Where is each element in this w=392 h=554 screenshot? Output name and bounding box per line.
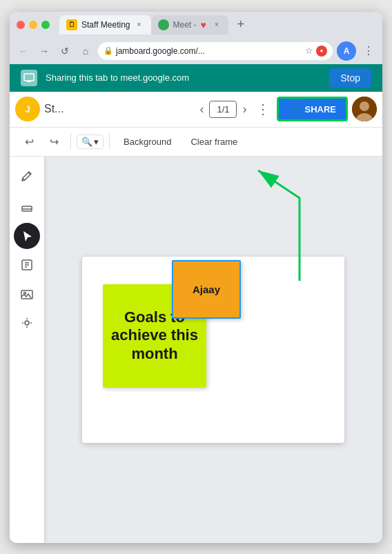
reload-button[interactable]: ↺ xyxy=(57,43,73,59)
image-tool[interactable] xyxy=(14,281,40,307)
maximize-button[interactable] xyxy=(41,21,50,29)
tab-meet[interactable]: Meet - ♥ × xyxy=(151,15,228,34)
pen-tool[interactable] xyxy=(14,165,40,191)
frame-display: 1/1 xyxy=(217,104,229,115)
zoom-icon: 🔍 xyxy=(81,137,92,147)
sticky-note-tool[interactable] xyxy=(14,252,40,278)
title-bar: 🗒 Staff Meeting × Meet - ♥ × + xyxy=(10,12,382,38)
close-button[interactable] xyxy=(17,21,25,29)
orange-sticky-text: Ajaay xyxy=(193,284,220,295)
tabs-row: 🗒 Staff Meeting × Meet - ♥ × + xyxy=(59,15,375,34)
url-bar[interactable]: 🔒 jamboard.google.com/... ☆ ● xyxy=(98,42,333,60)
zoom-caret: ▾ xyxy=(94,137,99,147)
forward-button[interactable]: → xyxy=(36,43,52,59)
laser-tool[interactable] xyxy=(14,310,40,336)
orange-sticky-note[interactable]: Ajaay xyxy=(172,260,241,319)
home-button[interactable]: ⌂ xyxy=(77,43,94,59)
toolbar-row: ↩ ↪ 🔍 ▾ Background Clear frame xyxy=(10,128,382,157)
sharing-bar: Sharing this tab to meet.google.com Stop xyxy=(10,64,382,92)
frame-navigation: ‹ 1/1 › xyxy=(197,99,249,119)
select-tool[interactable] xyxy=(14,223,40,249)
user-avatar[interactable] xyxy=(352,97,377,121)
new-tab-button[interactable]: + xyxy=(231,15,251,34)
svg-point-14 xyxy=(24,292,26,294)
next-frame-button[interactable]: › xyxy=(239,99,249,119)
toolbar-divider xyxy=(70,133,71,150)
jamboard-header: J St... ‹ 1/1 › ⋮ 👤 SHARE xyxy=(10,92,382,128)
undo-icon: ↩ xyxy=(25,135,34,148)
svg-point-15 xyxy=(25,321,29,325)
jamboard-tab-label: Staff Meeting xyxy=(81,20,130,30)
address-bar: ← → ↺ ⌂ 🔒 jamboard.google.com/... ☆ ● A … xyxy=(10,38,382,64)
redo-icon: ↪ xyxy=(50,135,59,148)
jamboard-frame: Goals to achieve this month Ajaay xyxy=(82,257,344,443)
background-button[interactable]: Background xyxy=(115,132,179,151)
header-more-button[interactable]: ⋮ xyxy=(253,98,273,120)
canvas-area[interactable]: Goals to achieve this month Ajaay xyxy=(44,157,382,543)
minimize-button[interactable] xyxy=(29,21,37,29)
eraser-tool[interactable] xyxy=(14,194,40,220)
browser-menu-button[interactable]: ⋮ xyxy=(360,43,377,59)
lock-icon: 🔒 xyxy=(104,46,113,55)
svg-point-6 xyxy=(360,101,369,111)
frame-indicator: 1/1 xyxy=(209,101,237,118)
svg-rect-1 xyxy=(24,74,34,81)
share-button-label: SHARE xyxy=(304,104,336,115)
share-button[interactable]: 👤 SHARE xyxy=(277,97,348,121)
zoom-control[interactable]: 🔍 ▾ xyxy=(77,135,104,149)
jamboard-tab-close[interactable]: × xyxy=(135,20,144,30)
jamboard-logo: J xyxy=(15,97,40,121)
back-button[interactable]: ← xyxy=(15,43,32,59)
tools-panel xyxy=(10,157,44,543)
toolbar-divider-2 xyxy=(109,133,110,150)
svg-text:J: J xyxy=(25,104,30,115)
meet-tab-close[interactable]: × xyxy=(212,20,222,30)
stop-sharing-button[interactable]: Stop xyxy=(329,68,371,88)
bookmark-icon[interactable]: ☆ xyxy=(305,46,313,56)
traffic-lights xyxy=(17,21,50,29)
jamboard-tab-icon: 🗒 xyxy=(66,19,77,30)
meet-tab-heart: ♥ xyxy=(201,19,206,30)
meet-tab-icon xyxy=(158,19,169,30)
sharing-icon xyxy=(21,70,37,86)
share-person-icon: 👤 xyxy=(288,103,300,115)
jamboard-title: St... xyxy=(44,103,193,115)
tab-jamboard[interactable]: 🗒 Staff Meeting × xyxy=(59,15,151,34)
browser-window: 🗒 Staff Meeting × Meet - ♥ × + ← → ↺ ⌂ 🔒… xyxy=(10,12,382,543)
clear-frame-button[interactable]: Clear frame xyxy=(182,132,246,151)
svg-rect-2 xyxy=(27,81,31,82)
record-indicator: ● xyxy=(316,46,327,57)
undo-button[interactable]: ↩ xyxy=(18,130,40,152)
main-content: Goals to achieve this month Ajaay xyxy=(10,157,382,543)
redo-button[interactable]: ↪ xyxy=(43,130,65,152)
url-text: jamboard.google.com/... xyxy=(116,46,302,56)
sharing-text: Sharing this tab to meet.google.com xyxy=(46,72,321,83)
profile-avatar[interactable]: A xyxy=(337,41,356,61)
prev-frame-button[interactable]: ‹ xyxy=(197,99,206,119)
svg-point-0 xyxy=(160,21,167,28)
meet-tab-label: Meet - xyxy=(173,20,197,30)
